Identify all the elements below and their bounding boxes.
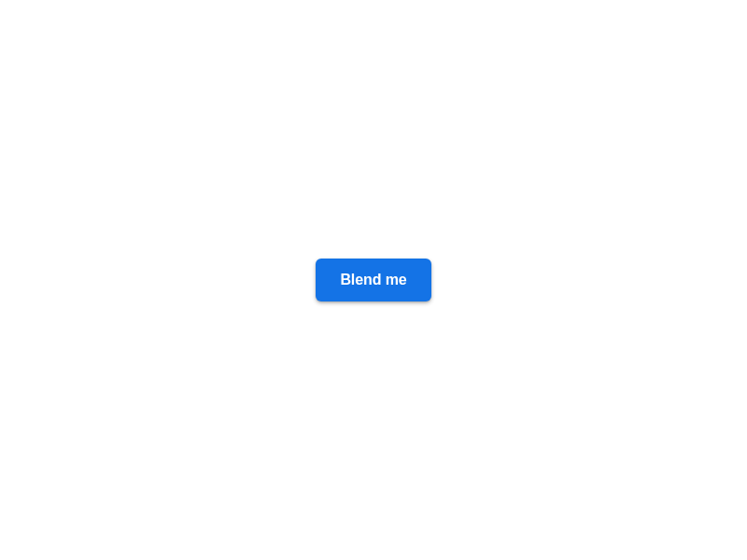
blend-me-button[interactable]: Blend me <box>316 259 430 301</box>
page-container: Blend me <box>0 0 747 560</box>
